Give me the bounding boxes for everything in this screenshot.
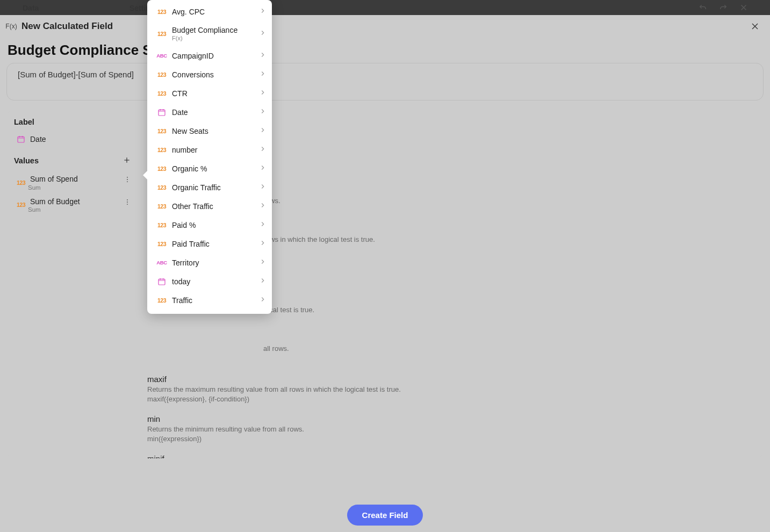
field-type-icon: 123: [155, 128, 169, 134]
field-name-input[interactable]: Budget Compliance Summary: [6, 42, 764, 59]
function-desc: Returns the maximum resulting value from…: [147, 385, 759, 394]
field-type-icon: 123: [155, 147, 169, 153]
field-picker-sublabel: F(x): [172, 35, 257, 41]
field-picker-label: Traffic: [172, 296, 257, 305]
function-name: min: [147, 414, 759, 423]
field-picker-label: New Seats: [172, 127, 257, 135]
field-picker-item[interactable]: 123Conversions: [147, 65, 272, 84]
field-type-icon: ABC: [155, 260, 169, 265]
field-picker-item[interactable]: 123CTR: [147, 84, 272, 103]
svg-point-6: [127, 204, 128, 205]
number-type-icon: 123: [14, 179, 28, 186]
field-picker-item[interactable]: ABCCampaignID: [147, 46, 272, 65]
chevron-right-icon: [259, 51, 267, 60]
field-type-icon: 123: [155, 90, 169, 97]
field-picker-item[interactable]: ABCTerritory: [147, 253, 272, 272]
svg-rect-0: [18, 137, 24, 143]
label-section-header: Label: [14, 118, 134, 126]
create-field-button[interactable]: Create Field: [347, 505, 423, 526]
field-picker-item[interactable]: Date: [147, 103, 272, 121]
svg-point-4: [127, 199, 128, 200]
formula-input[interactable]: [Sum of Budget]-[Sum of Spend]: [6, 63, 764, 100]
svg-rect-7: [159, 110, 165, 116]
chevron-right-icon: [259, 70, 267, 79]
field-picker-item[interactable]: 123Organic Traffic: [147, 178, 272, 197]
field-picker-label: Budget Compliance: [172, 26, 257, 34]
field-picker-item[interactable]: 123Budget ComplianceF(x): [147, 21, 272, 46]
function-item[interactable]: minif Returns the minimum resulting valu…: [146, 449, 764, 458]
field-picker-label: Avg. CPC: [172, 8, 257, 16]
chevron-right-icon: [259, 296, 267, 305]
field-picker-label: Date: [172, 108, 257, 117]
field-type-icon: 123: [155, 184, 169, 191]
value-row[interactable]: 123 Sum of Budget Sum: [14, 194, 134, 217]
field-picker-label: Conversions: [172, 70, 257, 79]
field-type-icon: ABC: [155, 53, 169, 59]
field-picker-popup: 123Avg. CPC123Budget ComplianceF(x)ABCCa…: [147, 0, 272, 314]
field-picker-label: Territory: [172, 258, 257, 267]
value-aggregation: Sum: [28, 206, 80, 213]
value-name: Sum of Budget: [30, 197, 80, 206]
left-panel: Label Date Values: [6, 110, 139, 458]
field-picker-item[interactable]: 123Paid Traffic: [147, 234, 272, 253]
function-name: minif: [147, 454, 759, 458]
label-field-name: Date: [30, 135, 46, 144]
field-picker-item[interactable]: 123Organic %: [147, 159, 272, 178]
chevron-right-icon: [259, 239, 267, 248]
svg-point-2: [127, 179, 128, 180]
field-picker-label: Organic %: [172, 164, 257, 173]
function-syntax: maxif({expression}, {if-condition}): [147, 394, 759, 404]
function-syntax: min({expression}): [147, 434, 759, 444]
value-more-icon[interactable]: [124, 198, 131, 207]
field-picker-item[interactable]: 123Paid %: [147, 215, 272, 234]
chevron-right-icon: [259, 164, 267, 173]
chevron-right-icon: [259, 202, 267, 211]
modal-body: Budget Compliance Summary [Sum of Budget…: [6, 38, 764, 498]
chevron-right-icon: [259, 107, 267, 117]
field-picker-item[interactable]: 123New Seats: [147, 121, 272, 140]
modal-close-button[interactable]: [750, 21, 760, 32]
chevron-right-icon: [259, 277, 267, 286]
function-item[interactable]: min Returns the minimum resulting value …: [146, 409, 764, 449]
modal-overlay: F(x) New Calculated Field Budget Complia…: [0, 0, 770, 532]
label-header-text: Label: [14, 118, 34, 126]
svg-point-5: [127, 202, 128, 203]
chevron-right-icon: [259, 29, 267, 38]
field-picker-label: number: [172, 146, 257, 154]
function-item[interactable]: all rows.: [146, 339, 764, 359]
modal-header: F(x) New Calculated Field: [0, 15, 770, 38]
field-picker-label: Organic Traffic: [172, 183, 257, 192]
field-type-icon: [155, 277, 169, 286]
field-type-icon: 123: [155, 297, 169, 304]
function-item[interactable]: maxif Returns the maximum resulting valu…: [146, 369, 764, 409]
field-picker-label: Other Traffic: [172, 202, 257, 211]
add-value-button[interactable]: [123, 156, 131, 166]
svg-rect-8: [159, 279, 165, 285]
field-picker-label: Paid %: [172, 221, 257, 229]
number-type-icon: 123: [14, 202, 28, 208]
values-header-text: Values: [14, 156, 39, 165]
function-name: maxif: [147, 375, 759, 384]
value-aggregation: Sum: [28, 184, 78, 191]
field-type-icon: 123: [155, 241, 169, 247]
field-type-icon: 123: [155, 203, 169, 210]
chevron-right-icon: [259, 183, 267, 192]
field-picker-item[interactable]: 123Other Traffic: [147, 197, 272, 215]
chevron-right-icon: [259, 7, 267, 16]
label-field-row[interactable]: Date: [14, 132, 134, 147]
field-picker-item[interactable]: 123Traffic: [147, 291, 272, 310]
value-more-icon[interactable]: [124, 176, 131, 185]
field-type-icon: 123: [155, 9, 169, 15]
field-picker-item[interactable]: 123Avg. CPC: [147, 2, 272, 21]
function-desc: Returns the minimum resulting value from…: [147, 425, 759, 434]
modal-footer: Create Field: [0, 498, 770, 532]
field-picker-label: today: [172, 277, 257, 286]
field-picker-item[interactable]: 123number: [147, 140, 272, 159]
field-picker-label: CTR: [172, 89, 257, 98]
value-row[interactable]: 123 Sum of Spend Sum: [14, 171, 134, 194]
field-type-icon: 123: [155, 31, 169, 37]
field-picker-item[interactable]: today: [147, 272, 272, 291]
field-type-icon: 123: [155, 222, 169, 228]
chevron-right-icon: [259, 220, 267, 229]
field-picker-label: CampaignID: [172, 52, 257, 60]
